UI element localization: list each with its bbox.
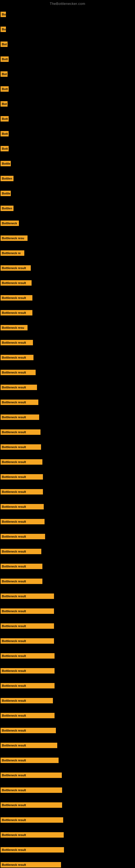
list-item: Bott [0,111,135,126]
list-item: Bottleneck result [0,648,135,663]
bottleneck-label: Bottleneck result [1,579,42,584]
list-item: Bottleneck result [0,410,135,425]
site-title: TheBottlenecker.com [0,0,135,7]
bottleneck-label: Bottleneck re [1,250,24,256]
bottleneck-label: Bott [1,146,9,151]
list-item: Bottleneck result [0,514,135,529]
bottleneck-label: Bottlen [1,176,13,181]
list-item: Bottleneck result [0,618,135,633]
list-item: Bottleneck result [0,529,135,544]
list-item: Bott [0,52,135,66]
list-item: Bottleneck result [0,544,135,559]
list-item: Bottleneck result [0,678,135,693]
bottleneck-label: Bottleneck result [1,683,54,688]
list-item: Bottle [0,186,135,201]
bottleneck-label: Bottleneck result [1,817,63,823]
list-item: Bot [0,66,135,82]
bottleneck-label: Bottleneck result [1,862,61,867]
list-item: Bottlen [0,171,135,186]
bottleneck-label: Bottleneck result [1,713,54,718]
list-item: Bottleneck result [0,305,135,320]
list-item: Bot [0,96,135,111]
bottleneck-label: Bottleneck result [1,549,41,554]
list-item: Bottle [0,156,135,171]
list-item: Bottleneck result [0,380,135,395]
list-item: Bottleneck result [0,812,135,827]
bottleneck-label: Bottleneck result [1,280,32,286]
list-item: Bottleneck result [0,798,135,812]
bottleneck-label: Bot [1,41,8,47]
bottleneck-label: Bottleneck [1,220,19,226]
bottleneck-label: Bottleneck result [1,414,39,420]
bottleneck-label: Bottleneck result [1,668,54,674]
list-item: Bottleneck re [0,246,135,260]
bottleneck-label: Bottleneck result [1,593,54,599]
bottleneck-label: Bottleneck result [1,623,54,629]
bottleneck-label: Bottleneck result [1,519,45,524]
bottleneck-label: Bottlen [1,206,13,211]
list-item: Bottleneck result [0,589,135,603]
list-item: Bottleneck result [0,469,135,484]
bottleneck-label: Bottleneck result [1,787,62,793]
bottleneck-label: Bottleneck result [1,265,31,271]
list-item: Bott [0,126,135,141]
bottleneck-label: Bottleneck result [1,773,62,778]
bottleneck-label: Bo [1,12,6,17]
list-item: Bottleneck result [0,663,135,678]
list-item: Bottleneck result [0,365,135,380]
list-item: Bottleneck result [0,350,135,365]
bottleneck-label: Bottle [1,161,11,166]
bottleneck-label: Bottleneck result [1,698,53,703]
list-item: Bottleneck result [0,827,135,842]
list-item: Bottleneck result [0,275,135,290]
list-item: Bottleneck result [0,290,135,305]
list-item: Bottleneck result [0,335,135,350]
bottleneck-label: Bottleneck result [1,757,58,763]
bottleneck-label: Bottleneck result [1,429,41,435]
bottleneck-label: Bottleneck result [1,310,32,315]
list-item: Bottleneck result [0,768,135,782]
bottleneck-label: Bottleneck result [1,370,36,375]
list-item: Bottleneck result [0,439,135,454]
bottleneck-label: Bottleneck result [1,832,64,838]
list-item: Bottleneck result [0,633,135,648]
bottleneck-label: Bottleneck result [1,609,54,614]
bottleneck-label: Bott [1,116,9,122]
bottleneck-label: Bottleneck result [1,400,38,405]
list-item: Bo [0,7,135,22]
list-item: Bottleneck result [0,693,135,708]
bottleneck-label: Bottleneck result [1,534,45,539]
list-item: Bottleneck result [0,857,135,868]
list-item: Bottleneck [0,216,135,230]
list-item: Bottleneck result [0,574,135,589]
list-item: Bottleneck result [0,723,135,738]
list-item: Bottleneck resu [0,230,135,246]
list-item: Bottleneck result [0,425,135,439]
list-item: Bottleneck result [0,260,135,275]
list-item: Bottleneck result [0,782,135,798]
list-item: Bot [0,37,135,52]
bottleneck-label: Bottleneck result [1,653,54,659]
bottleneck-label: Bottleneck result [1,489,43,495]
bottleneck-label: Bottle [1,191,11,196]
list-item: Bottleneck result [0,753,135,768]
bottleneck-label: Bot [1,71,8,77]
bottleneck-label: Bott [1,131,9,136]
bottleneck-label: Bottleneck resu [1,236,28,241]
bottleneck-label: Bottleneck result [1,564,42,569]
bottleneck-label: Bottleneck result [1,340,33,345]
bottleneck-label: Bottleneck result [1,459,42,465]
bottleneck-label: Bottleneck result [1,444,41,450]
list-item: Bottleneck result [0,708,135,723]
list-item: Bottleneck result [0,842,135,857]
bottleneck-label: Bottleneck result [1,743,57,748]
bottleneck-label: Bottleneck result [1,728,56,733]
bottleneck-label: Bottleneck result [1,295,32,301]
bottleneck-label: Bottleneck result [1,847,64,852]
list-item: Bott [0,141,135,156]
bottleneck-label: Bottleneck resu [1,325,28,330]
list-item: Bottleneck result [0,738,135,753]
bottleneck-label: Bot [1,101,8,106]
bottleneck-label: Bo [1,27,6,32]
list-item: Bottleneck result [0,395,135,410]
